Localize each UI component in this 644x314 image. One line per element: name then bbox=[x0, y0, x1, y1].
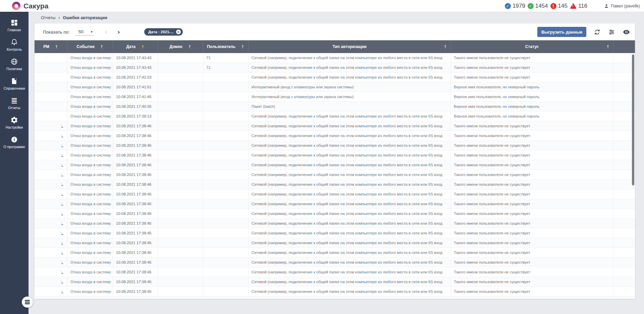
truncated-link-remnant[interactable] bbox=[61, 212, 63, 215]
column-header[interactable]: Событие↑ bbox=[67, 40, 113, 53]
table-row[interactable]: Отказ входа в систему 10.08.2021 17:38:4… bbox=[35, 180, 635, 189]
truncated-link-remnant[interactable] bbox=[61, 232, 63, 235]
cell-auth-type: Сетевой (например, подключение к общей п… bbox=[249, 199, 451, 209]
column-header[interactable] bbox=[613, 40, 635, 53]
table-row[interactable]: Отказ входа в систему 10.08.2021 17:38:4… bbox=[35, 238, 635, 248]
table-row[interactable]: Отказ входа в систему 10.08.2021 17:38:4… bbox=[35, 150, 635, 160]
truncated-link-remnant[interactable] bbox=[61, 164, 63, 167]
table-row[interactable]: Отказ входа в систему 10.08.2021 17:42:2… bbox=[35, 73, 635, 82]
truncated-link-remnant[interactable] bbox=[61, 290, 63, 293]
sort-asc-icon: ↑ bbox=[188, 44, 192, 49]
table-row[interactable]: Отказ входа в систему 10.08.2021 17:38:4… bbox=[35, 267, 635, 277]
truncated-link-remnant[interactable] bbox=[61, 144, 63, 147]
column-header[interactable]: Дата↑ bbox=[113, 40, 158, 53]
truncated-link-remnant[interactable] bbox=[61, 222, 63, 225]
cell-event: Отказ входа в систему bbox=[67, 102, 113, 111]
sidebar-item-policies[interactable]: Политики bbox=[0, 55, 29, 74]
close-icon[interactable]: × bbox=[176, 30, 181, 34]
cell-auth-type: Сетевой (например, подключение к общей п… bbox=[249, 297, 451, 299]
vertical-scrollbar-thumb[interactable] bbox=[632, 54, 634, 185]
table-row[interactable]: Отказ входа в систему 10.08.2021 17:38:4… bbox=[35, 258, 635, 267]
table-row[interactable]: Отказ входа в систему 10.08.2021 17:39:1… bbox=[35, 111, 635, 121]
cell-date: 10.08.2021 17:38:46 bbox=[113, 180, 158, 189]
table-row[interactable]: Отказ входа в систему 10.08.2021 17:38:4… bbox=[35, 121, 635, 131]
cell-rm bbox=[35, 209, 67, 218]
filter-sliders-icon[interactable] bbox=[608, 29, 615, 36]
table-row[interactable]: Отказ входа в систему 10.08.2021 17:38:4… bbox=[35, 297, 635, 299]
app-logo[interactable]: Сакура bbox=[12, 2, 49, 10]
counter-warnings[interactable]: ! 116 bbox=[570, 3, 587, 9]
table-row[interactable]: Отказ входа в систему 10.08.2021 17:40:3… bbox=[35, 102, 635, 111]
table-row[interactable]: Отказ входа в систему 10.08.2021 17:41:4… bbox=[35, 92, 635, 102]
collapse-menu-button[interactable] bbox=[22, 297, 33, 308]
truncated-link-remnant[interactable] bbox=[61, 203, 63, 206]
truncated-link-remnant[interactable] bbox=[61, 241, 63, 244]
truncated-link-remnant[interactable] bbox=[61, 134, 63, 137]
truncated-link-remnant[interactable] bbox=[61, 193, 63, 196]
cell-user: 71 bbox=[203, 53, 249, 62]
sidebar-item-control[interactable]: Контроль bbox=[0, 35, 29, 55]
next-page-button[interactable]: › bbox=[117, 29, 120, 35]
prev-page-button[interactable]: ‹ bbox=[105, 29, 107, 35]
table-row[interactable]: Отказ входа в систему 10.08.2021 17:38:4… bbox=[35, 219, 635, 228]
breadcrumb-parent[interactable]: Отчеты bbox=[41, 15, 55, 20]
user-menu[interactable]: Павел (pavellk) bbox=[604, 3, 640, 9]
truncated-link-remnant[interactable] bbox=[61, 173, 63, 176]
sidebar-item-label: Справочники bbox=[4, 86, 25, 90]
table-row[interactable]: Отказ входа в систему 10.08.2021 17:38:4… bbox=[35, 199, 635, 209]
date-filter-chip[interactable]: Дата : 2021-... × bbox=[144, 28, 183, 36]
cell-user bbox=[203, 102, 249, 111]
table-row[interactable]: Отказ входа в систему 10.08.2021 17:38:4… bbox=[35, 170, 635, 180]
cell-rm bbox=[35, 180, 67, 189]
eye-icon[interactable] bbox=[623, 28, 630, 36]
truncated-link-remnant[interactable] bbox=[61, 280, 63, 283]
table-row[interactable]: Отказ входа в систему 10.08.2021 17:38:4… bbox=[35, 131, 635, 141]
column-header[interactable]: Тип авторизации↑ bbox=[249, 40, 451, 53]
column-header[interactable]: Домен↑ bbox=[158, 40, 203, 53]
sidebar-item-about[interactable]: О программе bbox=[0, 133, 29, 152]
page-size-select[interactable]: 50 ▾ bbox=[75, 29, 94, 36]
cell-empty bbox=[613, 228, 635, 238]
truncated-link-remnant[interactable] bbox=[61, 271, 63, 274]
sidebar-item-label: Главная bbox=[8, 28, 21, 32]
cell-user bbox=[203, 82, 249, 92]
table-row[interactable]: Отказ входа в систему 10.08.2021 17:38:4… bbox=[35, 248, 635, 258]
column-header[interactable]: Статус↑ bbox=[451, 40, 613, 53]
sidebar-item-settings[interactable]: Настройки bbox=[0, 113, 29, 133]
table-row[interactable]: Отказ входа в систему 10.08.2021 17:43:4… bbox=[35, 53, 635, 63]
truncated-link-remnant[interactable] bbox=[61, 125, 63, 128]
table-row[interactable]: Отказ входа в систему 10.08.2021 17:43:4… bbox=[35, 63, 635, 73]
table-row[interactable]: Отказ входа в систему 10.08.2021 17:38:4… bbox=[35, 209, 635, 219]
cell-date: 10.08.2021 17:38:45 bbox=[113, 199, 158, 209]
table-row[interactable]: Отказ входа в систему 10.08.2021 17:38:4… bbox=[35, 160, 635, 170]
table-row[interactable]: Отказ входа в систему 10.08.2021 17:38:4… bbox=[35, 141, 635, 150]
table-row[interactable]: Отказ входа в систему 10.08.2021 17:38:4… bbox=[35, 277, 635, 287]
truncated-link-remnant[interactable] bbox=[61, 261, 63, 264]
counter-confirmed[interactable]: ✓ 1979 bbox=[505, 3, 525, 9]
table-row[interactable]: Отказ входа в систему 10.08.2021 17:38:4… bbox=[35, 189, 635, 199]
cell-date: 10.08.2021 17:38:45 bbox=[113, 228, 158, 238]
table-row[interactable]: Отказ входа в систему 10.08.2021 17:41:5… bbox=[35, 82, 635, 92]
counter-errors[interactable]: ! 145 bbox=[550, 3, 568, 9]
cell-empty bbox=[613, 297, 635, 299]
table-header-row: РМ↑Событие↑Дата↑Домен↑Пользователь↑Тип а… bbox=[35, 40, 635, 53]
cell-rm bbox=[35, 258, 67, 267]
cell-status: Верное имя пользователя, но неверный пар… bbox=[451, 102, 613, 111]
column-header[interactable]: РМ↑ bbox=[35, 40, 67, 53]
table-row[interactable]: Отказ входа в систему 10.08.2021 17:38:4… bbox=[35, 287, 635, 297]
cell-date: 10.08.2021 17:38:45 bbox=[113, 248, 158, 257]
column-header[interactable]: Пользователь↑ bbox=[203, 40, 249, 53]
refresh-icon[interactable] bbox=[594, 29, 601, 36]
truncated-link-remnant[interactable] bbox=[61, 251, 63, 254]
sidebar-item-reports[interactable]: Отчеты bbox=[0, 94, 29, 113]
chevron-right-icon: › bbox=[58, 15, 60, 20]
truncated-link-remnant[interactable] bbox=[61, 154, 63, 157]
table-row[interactable]: Отказ входа в систему 10.08.2021 17:38:4… bbox=[35, 228, 635, 238]
export-data-button[interactable]: Выгрузить данные bbox=[537, 27, 586, 37]
sort-asc-icon: ↑ bbox=[606, 44, 610, 49]
sort-asc-icon: ↑ bbox=[443, 44, 447, 49]
sidebar-item-directories[interactable]: Справочники bbox=[0, 74, 29, 94]
sidebar-item-main[interactable]: Главная bbox=[0, 16, 29, 35]
truncated-link-remnant[interactable] bbox=[61, 183, 63, 186]
counter-ok[interactable]: ✓ 1454 bbox=[528, 3, 548, 9]
